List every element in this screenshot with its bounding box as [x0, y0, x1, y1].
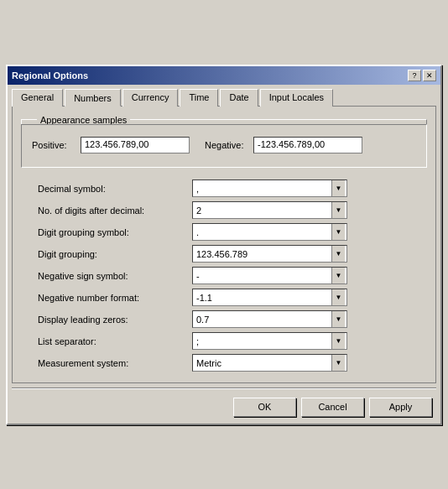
form-row-measurement-system: Measurement system:Metric▼ — [21, 352, 427, 374]
form-row-digit-grouping: Digit grouping:123.456.789▼ — [21, 243, 427, 265]
ok-button[interactable]: OK — [233, 398, 296, 417]
dropdown-value-decimal-symbol: , — [195, 184, 331, 194]
form-row-negative-number-format: Negative number format:-1.1▼ — [21, 287, 427, 309]
input-cell-negative-sign-symbol: -▼ — [189, 265, 427, 287]
dropdown-arrow-digit-grouping-symbol[interactable]: ▼ — [331, 224, 345, 240]
cancel-button[interactable]: Cancel — [301, 398, 364, 417]
appearance-legend: Appearance samples — [37, 115, 130, 125]
dropdown-digit-grouping-symbol[interactable]: .▼ — [192, 223, 347, 241]
title-bar-controls: ? ✕ — [408, 70, 436, 81]
input-cell-list-separator: ;▼ — [189, 330, 427, 352]
label-decimal-symbol: Decimal symbol: — [21, 178, 189, 200]
regional-options-window: Regional Options ? ✕ General Numbers Cur… — [6, 65, 442, 425]
tab-input-locales[interactable]: Input Locales — [260, 89, 333, 107]
positive-value: 123.456.789,00 — [81, 137, 190, 153]
label-display-leading-zeros: Display leading zeros: — [21, 309, 189, 330]
label-negative-sign-symbol: Negative sign symbol: — [21, 265, 189, 287]
tab-numbers[interactable]: Numbers — [65, 89, 121, 107]
form-row-display-leading-zeros: Display leading zeros:0.7▼ — [21, 309, 427, 330]
dropdown-digit-grouping[interactable]: 123.456.789▼ — [192, 245, 347, 263]
dropdown-value-digits-after-decimal: 2 — [195, 205, 331, 216]
label-digit-grouping-symbol: Digit grouping symbol: — [21, 221, 189, 243]
form-row-digit-grouping-symbol: Digit grouping symbol:.▼ — [21, 221, 427, 243]
dropdown-arrow-display-leading-zeros[interactable]: ▼ — [331, 311, 345, 327]
dropdown-value-measurement-system: Metric — [195, 358, 331, 368]
dropdown-measurement-system[interactable]: Metric▼ — [192, 354, 347, 372]
settings-table: Decimal symbol:,▼No. of digits after dec… — [21, 178, 427, 374]
input-cell-measurement-system: Metric▼ — [189, 352, 427, 374]
form-row-list-separator: List separator:;▼ — [21, 330, 427, 352]
input-cell-digit-grouping: 123.456.789▼ — [189, 243, 427, 265]
dropdown-digits-after-decimal[interactable]: 2▼ — [192, 201, 347, 219]
form-row-digits-after-decimal: No. of digits after decimal:2▼ — [21, 200, 427, 221]
close-button[interactable]: ✕ — [423, 70, 436, 81]
dropdown-list-separator[interactable]: ;▼ — [192, 332, 347, 350]
dropdown-negative-number-format[interactable]: -1.1▼ — [192, 289, 347, 306]
sample-row: Positive: 123.456.789,00 Negative: -123.… — [30, 132, 418, 159]
title-bar: Regional Options ? ✕ — [8, 66, 440, 85]
label-list-separator: List separator: — [21, 330, 189, 352]
input-cell-digits-after-decimal: 2▼ — [189, 200, 427, 221]
tab-date[interactable]: Date — [220, 89, 258, 107]
negative-value: -123.456.789,00 — [253, 137, 362, 153]
tab-bar: General Numbers Currency Time Date Input… — [8, 85, 440, 106]
input-cell-negative-number-format: -1.1▼ — [189, 287, 427, 309]
dropdown-arrow-digits-after-decimal[interactable]: ▼ — [331, 202, 345, 218]
input-cell-display-leading-zeros: 0.7▼ — [189, 309, 427, 330]
label-digits-after-decimal: No. of digits after decimal: — [21, 200, 189, 221]
label-digit-grouping: Digit grouping: — [21, 243, 189, 265]
dropdown-value-display-leading-zeros: 0.7 — [195, 315, 331, 325]
dropdown-negative-sign-symbol[interactable]: -▼ — [192, 267, 347, 284]
dropdown-arrow-decimal-symbol[interactable]: ▼ — [331, 180, 345, 196]
tab-currency[interactable]: Currency — [122, 89, 179, 107]
dropdown-arrow-digit-grouping[interactable]: ▼ — [331, 246, 345, 262]
input-cell-decimal-symbol: ,▼ — [189, 178, 427, 200]
dropdown-value-digit-grouping: 123.456.789 — [195, 249, 331, 259]
bottom-bar: OK Cancel Apply — [8, 393, 440, 424]
input-cell-digit-grouping-symbol: .▼ — [189, 221, 427, 243]
content-area: Appearance samples Positive: 123.456.789… — [12, 106, 436, 383]
tab-time[interactable]: Time — [180, 89, 218, 107]
label-measurement-system: Measurement system: — [21, 352, 189, 374]
positive-label: Positive: — [32, 140, 74, 150]
appearance-fieldset: Appearance samples Positive: 123.456.789… — [21, 115, 427, 168]
dropdown-value-negative-number-format: -1.1 — [195, 293, 331, 303]
dropdown-value-digit-grouping-symbol: . — [195, 227, 331, 237]
tab-general[interactable]: General — [12, 89, 63, 107]
window-title: Regional Options — [12, 70, 88, 81]
dropdown-value-negative-sign-symbol: - — [195, 271, 331, 281]
label-negative-number-format: Negative number format: — [21, 287, 189, 309]
form-row-decimal-symbol: Decimal symbol:,▼ — [21, 178, 427, 200]
dropdown-arrow-negative-number-format[interactable]: ▼ — [331, 289, 345, 305]
form-row-negative-sign-symbol: Negative sign symbol:-▼ — [21, 265, 427, 287]
help-button[interactable]: ? — [408, 70, 421, 81]
dropdown-decimal-symbol[interactable]: ,▼ — [192, 179, 347, 197]
dropdown-display-leading-zeros[interactable]: 0.7▼ — [192, 310, 347, 328]
dropdown-arrow-negative-sign-symbol[interactable]: ▼ — [331, 268, 345, 284]
dropdown-arrow-list-separator[interactable]: ▼ — [331, 333, 345, 349]
dropdown-arrow-measurement-system[interactable]: ▼ — [331, 355, 345, 371]
dropdown-value-list-separator: ; — [195, 336, 331, 346]
negative-label: Negative: — [205, 140, 247, 150]
apply-button[interactable]: Apply — [369, 398, 432, 417]
